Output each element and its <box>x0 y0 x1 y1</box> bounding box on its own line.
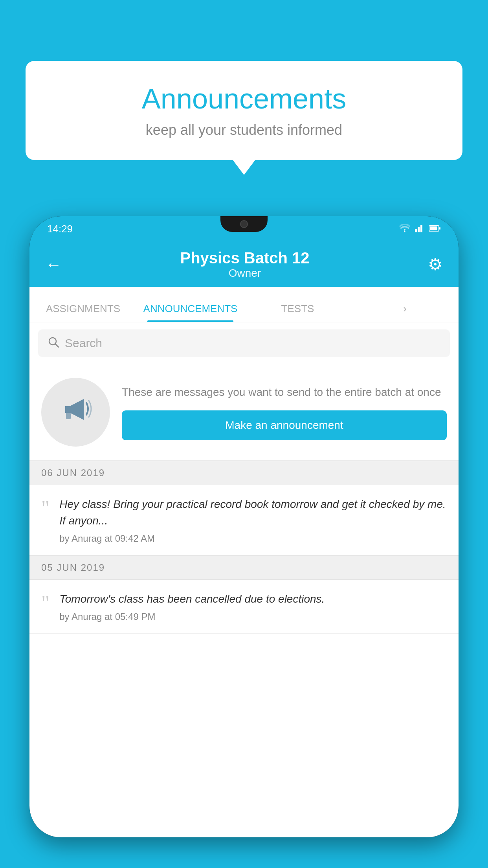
announcement-content-1: Hey class! Bring your practical record b… <box>59 496 447 544</box>
camera-icon <box>240 220 248 228</box>
make-announcement-button[interactable]: Make an announcement <box>122 410 447 440</box>
speech-bubble-subtitle: keep all your students informed <box>49 122 439 138</box>
app-header: ← Physics Batch 12 Owner ⚙ <box>29 242 459 287</box>
tab-tests[interactable]: TESTS <box>244 303 351 322</box>
svg-rect-3 <box>420 225 422 232</box>
status-bar: 14:29 <box>29 216 459 242</box>
announcement-meta-2: by Anurag at 05:49 PM <box>59 611 447 622</box>
announcement-item-2[interactable]: " Tomorrow's class has been cancelled du… <box>29 580 459 634</box>
quote-icon-1: " <box>41 498 50 519</box>
date-separator-2: 05 JUN 2019 <box>29 555 459 580</box>
phone-container: 14:29 <box>29 216 459 868</box>
tab-more[interactable]: › <box>351 303 459 322</box>
batch-title: Physics Batch 12 <box>180 249 309 267</box>
announcement-text-2: Tomorrow's class has been cancelled due … <box>59 591 447 607</box>
battery-icon <box>429 224 441 234</box>
speech-bubble: Announcements keep all your students inf… <box>26 61 462 160</box>
svg-rect-5 <box>439 227 440 230</box>
status-time: 14:29 <box>47 223 73 235</box>
svg-rect-2 <box>418 227 420 232</box>
svg-point-0 <box>404 231 405 232</box>
announcement-placeholder-right: These are messages you want to send to t… <box>122 384 447 440</box>
phone-frame: 14:29 <box>29 216 459 837</box>
signal-icon <box>415 224 424 235</box>
announcement-content-2: Tomorrow's class has been cancelled due … <box>59 591 447 622</box>
search-bar-container: Search <box>29 322 459 364</box>
quote-icon-2: " <box>41 593 50 613</box>
announcement-meta-1: by Anurag at 09:42 AM <box>59 533 447 544</box>
search-placeholder: Search <box>65 337 102 350</box>
date-separator-1: 06 JUN 2019 <box>29 461 459 485</box>
phone-content: Search These are message <box>29 322 459 837</box>
megaphone-icon <box>58 391 94 433</box>
announcement-item-1[interactable]: " Hey class! Bring your practical record… <box>29 485 459 555</box>
svg-rect-9 <box>66 413 71 419</box>
announcement-text-1: Hey class! Bring your practical record b… <box>59 496 447 529</box>
announcement-placeholder: These are messages you want to send to t… <box>29 364 459 461</box>
settings-icon[interactable]: ⚙ <box>428 255 443 274</box>
speech-bubble-container: Announcements keep all your students inf… <box>26 61 462 160</box>
phone-notch <box>220 216 268 232</box>
tab-assignments[interactable]: ASSIGNMENTS <box>29 303 137 322</box>
status-icons <box>399 224 441 235</box>
header-title-container: Physics Batch 12 Owner <box>180 249 309 280</box>
search-icon <box>48 337 59 350</box>
svg-rect-6 <box>430 226 437 230</box>
batch-role: Owner <box>180 267 309 280</box>
svg-line-8 <box>55 344 59 347</box>
svg-rect-1 <box>415 229 417 232</box>
tab-bar: ASSIGNMENTS ANNOUNCEMENTS TESTS › <box>29 287 459 322</box>
speech-bubble-title: Announcements <box>49 83 439 115</box>
placeholder-description: These are messages you want to send to t… <box>122 384 447 401</box>
search-bar[interactable]: Search <box>38 329 450 357</box>
megaphone-circle <box>41 378 110 447</box>
tab-announcements[interactable]: ANNOUNCEMENTS <box>137 303 244 322</box>
back-button[interactable]: ← <box>45 255 62 274</box>
wifi-icon <box>399 224 410 235</box>
